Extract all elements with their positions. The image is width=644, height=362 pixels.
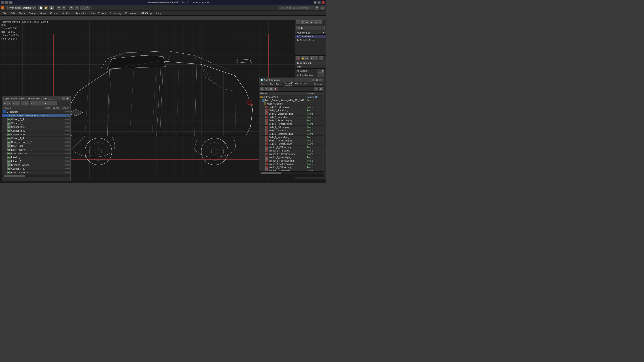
maximize-button[interactable]: □	[318, 1, 321, 4]
layer-dot[interactable]	[64, 115, 66, 116]
select-button[interactable]: ✦	[69, 5, 74, 10]
redo-button[interactable]: ↪	[62, 5, 66, 10]
asset-item[interactable]: Interior_1_Normal.pngFound	[259, 156, 324, 159]
layer-item[interactable]: ▣Interior_2	[2, 159, 70, 163]
modify-panel-icon[interactable]: 🔧	[300, 20, 304, 24]
minimize-button[interactable]: ─	[314, 1, 317, 4]
layer-controls[interactable]	[64, 111, 70, 112]
layer-item[interactable]: ▣Wheel_B_L	[2, 121, 70, 125]
asset-view-icon[interactable]: ☰	[264, 87, 268, 91]
layer-dot[interactable]	[68, 138, 70, 139]
layer-dot[interactable]	[64, 164, 66, 166]
asset-menu-bitmap[interactable]: Bitmap Performance and Memory	[283, 82, 312, 87]
menu-help[interactable]: Help	[154, 11, 163, 15]
render-iters-field[interactable]	[318, 73, 324, 77]
layers-scrollbar-thumb[interactable]	[4, 175, 25, 177]
rotate-button[interactable]: ↻	[80, 5, 84, 10]
menu-modifiers[interactable]: Modifiers	[60, 11, 73, 15]
main-section-title[interactable]: Main	[296, 65, 326, 69]
asset-item[interactable]: Body_1_Diffuse.pngFound	[259, 105, 324, 109]
scale-button[interactable]: ⤡	[86, 5, 90, 10]
layer-dot[interactable]	[66, 130, 68, 131]
layers-help-button[interactable]: ?	[62, 97, 65, 100]
layer-dot[interactable]	[66, 134, 68, 135]
layers-down-icon[interactable]: ↓	[21, 101, 25, 105]
asset-find-icon[interactable]: ⊞	[269, 87, 273, 91]
layer-dot[interactable]	[66, 126, 68, 128]
asset-refresh-icon[interactable]: ↻	[260, 87, 264, 91]
layer-dot[interactable]	[64, 172, 66, 173]
layer-controls[interactable]	[64, 145, 70, 147]
asset-item[interactable]: Body_1_Reflection.pngFound	[259, 119, 324, 122]
up-arrow-icon[interactable]: ↑	[314, 56, 318, 60]
search-input[interactable]	[278, 5, 314, 10]
layer-dot[interactable]	[64, 119, 66, 120]
asset-item[interactable]: Interior_2_Frenel.pngFound	[259, 169, 324, 171]
layer-item[interactable]: ▣Door_Interior_F_R	[2, 148, 70, 152]
layer-dot[interactable]	[64, 134, 66, 135]
asset-item[interactable]: Interior_1_Refraction.pngFound	[259, 162, 324, 166]
layer-controls[interactable]	[64, 134, 70, 135]
layer-dot[interactable]	[66, 141, 68, 143]
layer-dot[interactable]	[64, 126, 66, 128]
close-button[interactable]: ✕	[322, 1, 325, 4]
layer-item[interactable]: ▣Door_Interior_B_L	[2, 171, 70, 175]
asset-menu-file[interactable]: File	[269, 83, 274, 86]
delete-icon[interactable]: 🗑	[310, 56, 314, 60]
layer-dot[interactable]	[68, 119, 70, 120]
redo-icon[interactable]: ↪	[9, 1, 12, 4]
layer-dot[interactable]	[68, 153, 70, 154]
layer-dot[interactable]	[66, 145, 68, 147]
layer-controls[interactable]	[64, 160, 70, 162]
layer-controls[interactable]	[64, 141, 70, 143]
layers-list-input[interactable]: ▣	[34, 101, 56, 105]
undo-icon[interactable]: ↩	[5, 1, 8, 4]
asset-item[interactable]: Body_1_Frenel.pngFound	[259, 109, 324, 112]
layer-dot[interactable]	[66, 149, 68, 150]
layer-controls[interactable]	[64, 164, 70, 166]
asset-item[interactable]: Interior_2_Diffuse.pngFound	[259, 166, 324, 169]
asset-close-button[interactable]: ✕	[319, 78, 322, 81]
create-panel-icon[interactable]: +	[296, 20, 300, 24]
layer-dot[interactable]	[64, 145, 66, 147]
layer-dot[interactable]	[68, 134, 70, 135]
layer-dot[interactable]	[64, 157, 66, 158]
layers-up-icon[interactable]: ↑	[16, 101, 20, 105]
layer-item[interactable]: ▣Door_Front_R	[2, 152, 70, 156]
menu-tools[interactable]: Tools	[17, 11, 26, 15]
layer-item[interactable]: L0 (default)	[2, 110, 70, 114]
asset-scrollbar-h[interactable]	[259, 171, 324, 174]
asset-item[interactable]: Body_2_Refraction.pngFound	[259, 142, 324, 146]
modifier-editable-poly[interactable]: Editable Poly	[296, 38, 326, 42]
asset-item[interactable]: Body_2_Reflection.pngFound	[259, 139, 324, 142]
layer-item[interactable]: ▣Caliper_B_R	[2, 125, 70, 129]
iterations-field[interactable]	[318, 69, 324, 73]
motion-icon[interactable]: ▶	[310, 20, 314, 24]
search-button[interactable]: 🔍	[315, 5, 319, 10]
asset-item[interactable]: Body_1_Refraction.pngFound	[259, 122, 324, 126]
layer-dot[interactable]	[64, 160, 66, 162]
layer-dot[interactable]	[64, 168, 66, 169]
layer-dot[interactable]	[68, 115, 70, 116]
layers-scrollbar-h[interactable]	[2, 175, 70, 177]
render-iters-checkbox[interactable]	[297, 74, 299, 76]
asset-delete-icon[interactable]: 🗑	[274, 87, 278, 91]
asset-item[interactable]: Autodesk VaultLogged On	[259, 95, 324, 99]
layer-controls[interactable]	[64, 153, 70, 154]
layer-dot[interactable]	[66, 164, 68, 166]
layer-dot[interactable]	[64, 153, 66, 154]
new-button[interactable]: 📄	[38, 5, 43, 10]
layer-controls[interactable]	[64, 126, 70, 128]
turbosmooth-section-title[interactable]: TurboSmooth	[296, 61, 326, 65]
layer-dot[interactable]	[68, 164, 70, 166]
layer-item[interactable]: ▣Caliper_F_L	[2, 167, 70, 171]
menu-customize[interactable]: Customize	[123, 11, 138, 15]
layer-item[interactable]: ▣Interior_1	[2, 156, 70, 159]
layer-dot[interactable]	[66, 119, 68, 120]
layer-dot[interactable]	[66, 122, 68, 124]
layer-dot[interactable]	[66, 153, 68, 154]
down-arrow-icon[interactable]: ↓	[319, 56, 323, 60]
asset-item[interactable]: Interior_1_Frenel.pngFound	[259, 149, 324, 152]
layer-item[interactable]: ▣Caliper_F_R	[2, 133, 70, 137]
menu-file[interactable]: File	[1, 11, 8, 15]
